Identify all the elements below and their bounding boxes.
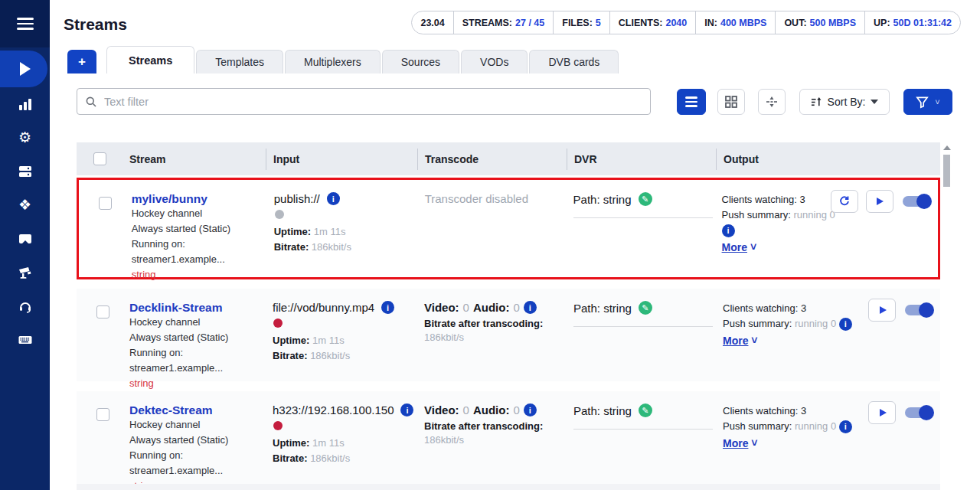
stat-clients: CLIENTS:2040: [609, 11, 695, 34]
sidebar-item-camera[interactable]: [0, 256, 50, 289]
stream-enabled-toggle[interactable]: [903, 196, 930, 207]
sidebar-item-servers[interactable]: [0, 155, 50, 188]
uptime-value: 1m 11s: [314, 226, 346, 237]
scroll-up-icon[interactable]: [943, 145, 951, 150]
table-row-mylive-bunny: mylive/bunny Hockey channel Always start…: [77, 178, 940, 279]
stream-enabled-toggle[interactable]: [905, 305, 933, 315]
row-checkbox[interactable]: [96, 408, 109, 421]
sidebar-item-keyboard[interactable]: [0, 323, 50, 357]
camera-icon: [18, 265, 33, 280]
transcoder-status: Transcoder disabled: [425, 192, 567, 205]
list-view-button[interactable]: [677, 89, 706, 115]
row-checkbox[interactable]: [96, 305, 109, 318]
edit-icon[interactable]: ✎: [639, 192, 652, 206]
grid-view-button[interactable]: [717, 89, 745, 115]
toolbar: Sort By: ˅: [77, 87, 952, 116]
sidebar-item-stats[interactable]: [0, 87, 50, 121]
tab-streams[interactable]: Streams: [106, 46, 194, 74]
list-view-icon: [685, 94, 697, 109]
stream-start-mode: Always started (Static): [132, 221, 267, 237]
clients-watching: Clients watching: 3: [722, 192, 837, 207]
filter-funnel-icon: [916, 96, 929, 109]
play-stream-button[interactable]: [866, 190, 893, 213]
server-stats-bar: 23.04 STREAMS:27 / 45 FILES:5 CLIENTS:20…: [411, 11, 961, 34]
play-icon: [877, 198, 884, 205]
uptime-value: 1m 11s: [312, 335, 345, 346]
info-icon[interactable]: i: [722, 224, 735, 237]
row-checkbox[interactable]: [99, 197, 112, 210]
sidebar-item-support[interactable]: [0, 289, 50, 323]
more-link[interactable]: More ˅: [723, 436, 868, 451]
keyboard-icon: [18, 332, 33, 348]
info-icon[interactable]: i: [524, 301, 537, 314]
tab-templates[interactable]: Templates: [196, 50, 283, 74]
table-scrollbar[interactable]: [942, 142, 952, 490]
menu-button[interactable]: [0, 0, 50, 47]
info-icon[interactable]: i: [839, 420, 852, 433]
stream-name-link[interactable]: mylive/bunny: [132, 192, 267, 206]
play-icon: [20, 62, 31, 76]
table-row-dektec-stream: Dektec-Stream Hockey channel Always star…: [77, 391, 940, 484]
sidebar: ⚙ ❖: [0, 0, 50, 490]
input-url: file://vod/bunny.mp4: [273, 301, 374, 314]
uptime-value: 1m 11s: [312, 437, 345, 449]
stat-out: OUT:500 MBPS: [775, 11, 864, 34]
stream-name-link[interactable]: Decklink-Stream: [129, 301, 266, 315]
info-icon[interactable]: i: [839, 318, 852, 331]
select-all-checkbox[interactable]: [93, 152, 106, 165]
filter-button[interactable]: ˅: [903, 89, 952, 115]
streams-table: Stream Input Transcode DVR Output mylive…: [77, 142, 952, 490]
stream-start-mode: Always started (Static): [129, 330, 266, 345]
restart-stream-button[interactable]: [831, 190, 858, 213]
edit-icon[interactable]: ✎: [639, 403, 652, 417]
add-stream-button[interactable]: +: [67, 50, 96, 74]
scrollbar-thumb[interactable]: [943, 155, 950, 187]
more-link[interactable]: More ˅: [723, 333, 868, 348]
stat-in: IN:400 MBPS: [695, 11, 775, 34]
column-stream: Stream: [122, 149, 266, 170]
sidebar-item-display[interactable]: [0, 222, 50, 256]
stream-running-on: Running on: streamer1.example...: [129, 345, 266, 376]
stream-enabled-toggle[interactable]: [905, 407, 933, 418]
bitrate-value: 186kbit/s: [310, 350, 350, 361]
split-view-button[interactable]: [758, 89, 786, 115]
info-icon[interactable]: i: [400, 403, 413, 416]
sidebar-item-settings[interactable]: ⚙: [0, 121, 50, 155]
page-title: Streams: [64, 15, 127, 34]
sort-by-dropdown[interactable]: Sort By:: [799, 89, 890, 115]
tab-multiplexers[interactable]: Multiplexers: [285, 50, 381, 74]
tab-bar: + Streams Templates Multiplexers Sources…: [67, 46, 619, 74]
play-stream-button[interactable]: [868, 401, 896, 424]
stream-tag: string: [129, 376, 266, 391]
caret-down-icon: [871, 100, 878, 104]
tab-dvb-cards[interactable]: DVB cards: [529, 50, 619, 74]
search-input[interactable]: [104, 96, 642, 108]
play-icon: [880, 306, 887, 314]
dvr-path: string: [603, 302, 632, 315]
sidebar-item-streams[interactable]: [0, 51, 47, 87]
push-summary: Push summary: running 0 i: [722, 207, 837, 238]
bitrate-after-value: 186kbit/s: [424, 332, 567, 343]
bitrate-after-value: 186kbit/s: [424, 434, 567, 446]
stats-icon: [18, 96, 33, 112]
stat-uptime: UP:50D 01:31:42: [864, 11, 960, 34]
info-icon[interactable]: i: [524, 403, 537, 416]
stream-description: Hockey channel: [132, 206, 267, 221]
info-icon[interactable]: i: [327, 192, 340, 205]
stream-tag: string: [132, 267, 267, 283]
tab-sources[interactable]: Sources: [382, 50, 459, 74]
play-stream-button[interactable]: [868, 299, 896, 322]
display-icon: [18, 231, 33, 247]
status-dot-red: [273, 318, 283, 328]
search-box: [77, 88, 651, 115]
edit-icon[interactable]: ✎: [639, 301, 652, 315]
main-area: Streams 23.04 STREAMS:27 / 45 FILES:5 CL…: [50, 0, 980, 490]
stream-name-link[interactable]: Dektec-Stream: [129, 403, 266, 417]
bitrate-after-label: Bitrate after transcoding:: [424, 318, 567, 329]
tab-vods[interactable]: VODs: [461, 50, 528, 74]
play-icon: [880, 409, 887, 416]
sidebar-item-cluster[interactable]: ❖: [0, 188, 50, 222]
dvr-divider: [573, 217, 713, 218]
more-link[interactable]: More ˅: [722, 240, 837, 255]
info-icon[interactable]: i: [381, 301, 394, 314]
